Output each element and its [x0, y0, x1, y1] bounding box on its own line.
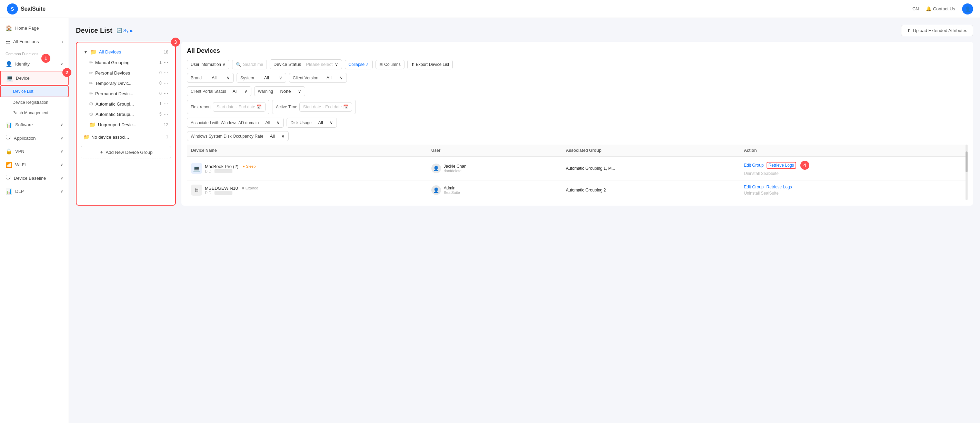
uninstall-link-2[interactable]: Uninstall SealSuite	[744, 191, 779, 196]
user-avatar[interactable]: 👤	[962, 3, 973, 14]
more-icon-4[interactable]: ···	[164, 90, 168, 97]
search-box[interactable]: 🔍 Search me	[232, 60, 267, 69]
device-details-2: MSEDGEWIN10 ■ Expired DID: •••	[205, 185, 260, 195]
win-disk-filter[interactable]: Windows System Disk Occupancy Rate All ∨	[187, 131, 289, 141]
user-info-2: 👤 Admin SealSuite	[431, 185, 558, 195]
sidebar-item-software[interactable]: 📊 Software ∨	[0, 118, 68, 131]
chevron-down-warning: ∨	[298, 89, 301, 94]
client-portal-filter[interactable]: Client Portal Status All ∨	[187, 86, 251, 96]
sidebar-sub-device-list[interactable]: Device List	[0, 86, 68, 97]
tree-item-ungrouped[interactable]: 📁 Ungrouped Devic... 12	[81, 120, 171, 130]
device-tree-panel: 3 ▼ 📁 All Devices 18 ✏ Manual Grouping 1…	[76, 42, 176, 206]
device-info-2: 🖥 MSEDGEWIN10 ■ Expired	[191, 185, 423, 196]
action-row-1-bot: Uninstall SealSuite	[744, 171, 963, 176]
calendar-icon-2: 📅	[343, 105, 348, 109]
collapse-button[interactable]: Collapse ∧	[345, 60, 373, 69]
sidebar-item-application[interactable]: 🛡 Application ∨	[0, 131, 68, 145]
chevron-down-icon-6: ∨	[60, 176, 63, 180]
tree-item-auto-grouping-2[interactable]: ⚙ Automatic Groupi... 5 ···	[81, 109, 171, 120]
first-report-filter[interactable]: First report Start date - End date 📅	[187, 100, 269, 114]
tree-item-permanent-devices[interactable]: ✏ Permanent Devic... 0 ···	[81, 88, 171, 99]
export-button[interactable]: ⬆ Export Device List	[407, 60, 453, 69]
sidebar-item-home[interactable]: 🏠 Home Page	[0, 21, 68, 35]
chevron-down-cp: ∨	[244, 89, 248, 94]
edit-group-link-1[interactable]: Edit Group	[744, 163, 764, 168]
sidebar-sub-patch[interactable]: Patch Management	[0, 108, 68, 118]
sync-button[interactable]: 🔄 Sync	[116, 28, 134, 33]
device-icon-1: 💻	[191, 163, 202, 174]
group-name-2: Automatic Grouping 2	[566, 188, 606, 193]
system-filter[interactable]: System All ∨	[237, 73, 286, 83]
retrieve-logs-link-2[interactable]: Retrieve Logs	[767, 185, 792, 190]
contact-us-button[interactable]: 🔔 Contact Us	[926, 6, 955, 11]
brand-filter[interactable]: Brand All ∨	[187, 73, 234, 83]
action-links-2: Edit Group Retrieve Logs Uninstall SealS…	[744, 185, 963, 196]
sidebar-baseline-label: Device Baseline	[14, 176, 46, 181]
tree-auto2-label: Automatic Groupi...	[95, 112, 134, 117]
more-icon-1[interactable]: ···	[164, 59, 168, 65]
tree-item-manual-grouping[interactable]: ✏ Manual Grouping 1 ···	[81, 57, 171, 68]
sidebar-item-vpn[interactable]: 🔒 VPN ∨	[0, 145, 68, 158]
sidebar-item-all-functions[interactable]: ⚏ All Functions ›	[0, 35, 68, 48]
add-device-group-button[interactable]: ＋ Add New Device Group	[81, 146, 171, 158]
plus-icon: ＋	[99, 149, 104, 155]
no-device-icon: 📁	[83, 134, 89, 140]
main-content: Device List 🔄 Sync ⬆ Upload Extended Att…	[69, 18, 980, 423]
client-version-filter[interactable]: Client Version All ∨	[289, 73, 347, 83]
more-icon-5[interactable]: ···	[164, 101, 168, 107]
tree-item-personal-devices[interactable]: ✏ Personal Devices 0 ···	[81, 68, 171, 78]
user-info-dropdown[interactable]: User information ∨	[187, 60, 229, 69]
sidebar-sub-device-reg[interactable]: Device Registration	[0, 97, 68, 108]
tree-all-devices-label: All Devices	[99, 49, 121, 54]
tree-auto1-count: 1	[159, 101, 162, 106]
edit-icon-1: ✏	[89, 60, 93, 65]
active-time-date-range[interactable]: Start date - End date 📅	[299, 102, 352, 112]
action-row-1-top: Edit Group Retrieve Logs 4	[744, 161, 963, 170]
disk-usage-filter[interactable]: Disk Usage All ∨	[286, 118, 337, 128]
device-status-filter[interactable]: Device Status Please select ∨	[270, 59, 342, 69]
columns-button[interactable]: ⊞ Columns	[375, 60, 404, 69]
shield-icon: 🛡	[6, 135, 11, 141]
retrieve-logs-link-1[interactable]: Retrieve Logs	[767, 162, 796, 169]
tree-ungrouped-label: Ungrouped Devic...	[98, 122, 136, 127]
sidebar-home-label: Home Page	[15, 26, 39, 31]
more-icon-2[interactable]: ···	[164, 70, 168, 76]
filter-row-2: Brand All ∨ System All ∨ Client Version …	[187, 73, 967, 83]
sidebar-wifi-label: Wi-Fi	[15, 162, 25, 168]
chevron-down-icon-2: ∨	[60, 123, 63, 127]
tree-item-auto-grouping-1[interactable]: ⚙ Automatic Groupi... 1 ···	[81, 99, 171, 109]
tree-perm-label: Permanent Devic...	[95, 91, 134, 96]
status-dot-2: ■	[242, 186, 245, 190]
uninstall-link-1[interactable]: Uninstall SealSuite	[744, 171, 779, 176]
warning-filter[interactable]: Warning None ∨	[254, 86, 305, 96]
sidebar-item-wifi[interactable]: 📶 Wi-Fi ∨	[0, 158, 68, 171]
first-report-date-range[interactable]: Start date - End date 📅	[213, 102, 266, 112]
upload-extended-attributes-button[interactable]: ⬆ Upload Extended Attributes	[901, 25, 973, 36]
sidebar-item-dlp[interactable]: 📊 DLP ∨	[0, 185, 68, 198]
chevron-right-icon: ›	[62, 40, 63, 44]
sidebar-item-identity[interactable]: 👤 Identity ∨ 1	[0, 57, 68, 71]
sidebar-item-device[interactable]: 💻 Device 2	[0, 71, 68, 86]
logo[interactable]: S SealSuite	[7, 3, 46, 14]
tree-item-no-device[interactable]: 📁 No device associ... 1	[81, 132, 171, 142]
page-header: Device List 🔄 Sync ⬆ Upload Extended Att…	[76, 25, 973, 36]
active-time-filter[interactable]: Active Time Start date - End date 📅	[272, 100, 356, 114]
ad-domain-filter[interactable]: Associated with Windows AD domain All ∨	[187, 118, 284, 128]
edit-group-link-2[interactable]: Edit Group	[744, 185, 764, 190]
chevron-down-icon-7: ∨	[60, 189, 63, 193]
table-scrollbar[interactable]	[966, 145, 967, 200]
folder-icon: 📁	[90, 49, 97, 55]
cn-button[interactable]: CN	[912, 6, 919, 11]
user-name-2: Admin	[444, 186, 460, 190]
page-title: Device List	[76, 27, 112, 35]
more-icon-6[interactable]: ···	[164, 111, 168, 117]
user-info-1: 👤 Jackie Chan dontdelete	[431, 164, 558, 173]
tree-item-all-devices[interactable]: ▼ 📁 All Devices 18	[81, 46, 171, 57]
sidebar-item-device-baseline[interactable]: 🛡 Device Baseline ∨	[0, 171, 68, 185]
device-icon: 💻	[6, 75, 13, 81]
user-avatar-1: 👤	[431, 164, 441, 173]
page-title-group: Device List 🔄 Sync	[76, 27, 134, 35]
group-cell-2: Automatic Grouping 2	[562, 180, 740, 200]
more-icon-3[interactable]: ···	[164, 80, 168, 86]
tree-item-temp-devices[interactable]: ✏ Temporary Devic... 0 ···	[81, 78, 171, 88]
